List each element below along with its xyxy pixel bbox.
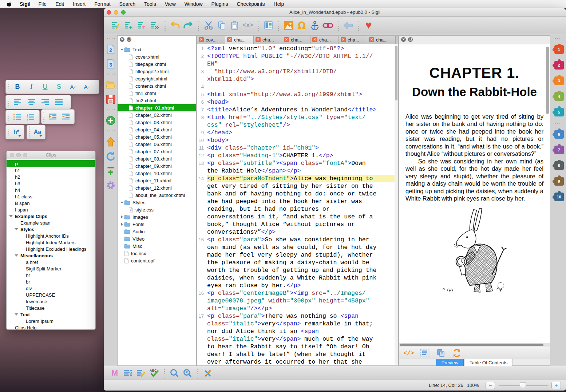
palette-grip[interactable] (7, 126, 9, 138)
insert-image-button[interactable] (282, 19, 295, 32)
strip-handle[interactable] (107, 130, 115, 132)
superscript-button[interactable]: A2 (80, 82, 93, 92)
menu-edit[interactable]: Edit (55, 1, 64, 7)
menu-checkpoints[interactable]: Checkpoints (237, 1, 265, 7)
clips-item-br[interactable]: br (7, 278, 95, 285)
clips-item-clips-help[interactable]: Clips Help (7, 324, 95, 330)
tree-item-video[interactable]: Video (118, 235, 196, 242)
clips-item-highlight-anchor-ids[interactable]: Highlight Anchor IDs (7, 233, 95, 239)
menu-window[interactable]: Window (185, 1, 203, 7)
tree-item-text[interactable]: Text (118, 46, 196, 53)
editor-scrollbar[interactable] (395, 44, 398, 365)
tree-item-chapter_07-xhtml[interactable]: chapter_07.xhtml (118, 148, 196, 155)
clips-item-i-span[interactable]: I span (7, 206, 95, 213)
scrollbar-thumb[interactable] (395, 46, 397, 100)
align-center-button[interactable] (25, 97, 38, 108)
tree-item-chapter_08-xhtml[interactable]: chapter_08.xhtml (118, 155, 196, 162)
copy-pages-button[interactable] (435, 348, 446, 358)
bullet-list-button[interactable] (11, 112, 24, 123)
scrollbar-thumb[interactable] (400, 344, 543, 346)
palette-grip[interactable] (7, 111, 9, 123)
clips-item-div[interactable]: div (7, 285, 95, 292)
cut-button[interactable] (202, 19, 215, 32)
slider-thumb[interactable] (520, 382, 526, 389)
tree-item-audio[interactable]: Audio (118, 228, 196, 235)
strip-handle[interactable] (107, 37, 115, 40)
doc-pencil-button[interactable] (109, 19, 122, 32)
tree-item-fonts[interactable]: Fonts (118, 221, 196, 228)
menu-search[interactable]: Search (119, 1, 135, 7)
casing-dropdown[interactable]: Aa (32, 127, 43, 138)
float-panel-icon[interactable]: ❐ (408, 37, 413, 42)
tab-close-icon[interactable]: ✕ (284, 37, 289, 42)
apple-icon[interactable] (7, 1, 12, 7)
strip-handle[interactable] (554, 37, 562, 40)
tree-item-misc[interactable]: Misc (118, 242, 196, 250)
align-justify-button[interactable] (52, 97, 66, 108)
toc-edit-button[interactable] (134, 367, 147, 380)
clips-item-hr[interactable]: hr (7, 272, 95, 278)
strip-handle[interactable] (107, 73, 115, 75)
title-bar[interactable]: Alice_in_Wonderland.epub - epub2.0 - Sig… (104, 8, 566, 17)
tab-close-icon[interactable]: ✕ (312, 37, 317, 42)
plugin-button-2[interactable]: 2 (554, 61, 564, 70)
numbered-list-button[interactable]: 123 (24, 112, 37, 123)
tree-item-chapter_04-xhtml[interactable]: chapter_04.xhtml (118, 126, 196, 133)
tab-close-icon[interactable]: ✕ (341, 37, 346, 42)
palette-grip[interactable] (43, 111, 45, 123)
settings-button[interactable] (105, 179, 116, 191)
tree-item-fm2-xhtml[interactable]: fm2.xhtml (118, 97, 196, 104)
add-circle-button[interactable] (105, 115, 116, 126)
triangle-closed-icon[interactable] (120, 215, 124, 218)
doc-2-button[interactable]: 2 (105, 43, 116, 55)
tab-close-icon[interactable]: ✕ (227, 37, 232, 42)
bold-button[interactable]: B (11, 82, 24, 92)
strip-handle[interactable] (554, 122, 562, 124)
preview-tab-table-of-contents[interactable]: Table Of Contents (464, 359, 513, 366)
code-markers-button[interactable]: <x> (241, 19, 254, 32)
preview-horizontal-scrollbar[interactable] (399, 343, 550, 347)
tree-item-chapter_12-xhtml[interactable]: chapter_12.xhtml (118, 184, 196, 191)
menu-format[interactable]: Format (94, 1, 110, 7)
doc-3-button[interactable]: 3 (105, 58, 116, 70)
open-folder-button[interactable] (105, 79, 116, 91)
tree-item-about_the_author-xhtml[interactable]: about_the_author.xhtml (118, 191, 196, 199)
toc-list-button[interactable] (121, 367, 134, 380)
code-view[interactable]: 1<?xml version="1.0" encoding="utf-8"?>2… (197, 44, 395, 365)
tree-item-chapter_11-xhtml[interactable]: chapter_11.xhtml (118, 177, 196, 184)
move-up-button[interactable] (105, 136, 116, 147)
editor-tab-0[interactable]: ✕cov... (197, 36, 225, 44)
outdent-button[interactable] (47, 111, 59, 122)
tree-item-contents-xhtml[interactable]: contents.xhtml (118, 82, 196, 90)
plugin-button-4[interactable]: 4 (554, 92, 564, 101)
tree-item-titlepage-xhtml[interactable]: titlepage.xhtml (118, 60, 196, 68)
clips-item-p[interactable]: p (7, 160, 95, 167)
triangle-open-icon[interactable] (120, 202, 124, 203)
close-panel-icon[interactable]: ✕ (120, 37, 124, 42)
save-button[interactable] (105, 94, 116, 105)
zoom-out-button[interactable]: − (486, 382, 495, 389)
copy-button[interactable] (215, 19, 228, 32)
split-view-button[interactable] (262, 19, 275, 32)
find-heart-button[interactable] (181, 367, 194, 380)
find-button[interactable] (168, 367, 181, 380)
tree-item-fm1-xhtml[interactable]: fm1.xhtml (118, 90, 196, 97)
tree-item-chapter_03-xhtml[interactable]: chapter_03.xhtml (118, 119, 196, 126)
tree-item-chapter_02-xhtml[interactable]: chapter_02.xhtml (118, 111, 196, 119)
tree-item-images[interactable]: Images (118, 213, 196, 221)
preview-vertical-scrollbar[interactable] (546, 47, 549, 114)
clips-item-h1[interactable]: h1 (7, 167, 95, 174)
editor-tab-1[interactable]: ✕cha... (225, 36, 254, 44)
select-all-button[interactable] (419, 348, 430, 358)
tab-close-icon[interactable]: ✕ (369, 37, 374, 42)
clips-item-h1-class[interactable]: h1 class (7, 193, 95, 200)
tree-item-styles[interactable]: Styles (118, 199, 196, 206)
menu-insert[interactable]: Insert (73, 1, 86, 7)
clips-item-sigil-split-marker[interactable]: Sigil Split Marker (7, 265, 95, 272)
spellcheck-button[interactable]: ABC (147, 367, 161, 380)
tree-item-style-css[interactable]: @style.css (118, 206, 196, 213)
undo-button[interactable] (169, 19, 182, 32)
tree-item-chapter_09-xhtml[interactable]: chapter_09.xhtml (118, 162, 196, 170)
menu-view[interactable]: View (165, 1, 176, 7)
tree-item-copyright-xhtml[interactable]: copyright.xhtml (118, 75, 196, 82)
